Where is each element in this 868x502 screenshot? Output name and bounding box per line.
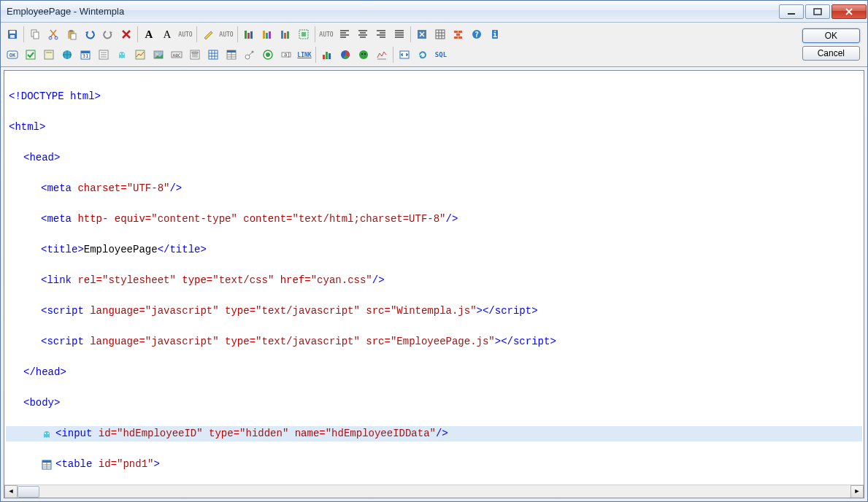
svg-rect-37 <box>45 50 53 59</box>
brick-icon[interactable] <box>450 26 467 43</box>
cut-icon[interactable] <box>45 26 62 43</box>
svg-rect-36 <box>26 50 35 59</box>
ok-box-icon[interactable]: OK <box>4 46 21 63</box>
svg-point-48 <box>156 53 158 55</box>
svg-rect-19 <box>284 33 286 39</box>
svg-text:i: i <box>493 31 497 39</box>
refresh2-icon[interactable] <box>414 46 431 63</box>
svg-rect-12 <box>245 31 247 39</box>
barchart-icon[interactable] <box>318 46 336 63</box>
svg-rect-62 <box>326 52 328 59</box>
svg-rect-18 <box>281 31 283 39</box>
svg-text:ABC: ABC <box>173 53 181 58</box>
titlebar[interactable]: EmployeePage - Wintempla <box>1 1 867 23</box>
svg-point-66 <box>361 53 363 55</box>
svg-rect-10 <box>69 30 73 32</box>
font-normal-icon[interactable]: A <box>158 26 176 43</box>
minimize-button[interactable] <box>779 4 804 19</box>
redo-icon[interactable] <box>99 26 117 43</box>
globe-icon[interactable] <box>58 46 76 63</box>
svg-point-67 <box>364 53 366 55</box>
align1-icon[interactable] <box>336 26 353 43</box>
toolbar-row-1: A A AUTO AUTO AUTO <box>4 24 802 45</box>
image-icon[interactable] <box>150 46 167 63</box>
auto-format-icon[interactable]: AUTO <box>177 26 194 43</box>
svg-rect-63 <box>329 53 331 59</box>
svg-rect-11 <box>71 34 76 39</box>
panel-icon[interactable] <box>40 46 58 63</box>
link-icon[interactable]: LINK <box>296 46 313 63</box>
sql-icon[interactable]: SQL <box>432 46 450 63</box>
scroll-left-icon[interactable]: ◂ <box>4 485 18 498</box>
scroll-right-icon[interactable]: ▸ <box>850 485 864 498</box>
svg-point-44 <box>120 53 121 55</box>
calendar-icon[interactable]: 31 <box>77 46 94 63</box>
piechart-icon[interactable] <box>337 46 354 63</box>
svg-point-70 <box>47 433 49 434</box>
ghost-icon[interactable] <box>113 46 131 63</box>
cancel-button[interactable]: Cancel <box>802 46 860 61</box>
paste-icon[interactable] <box>63 26 80 43</box>
horizontal-scrollbar[interactable]: ◂ ▸ <box>4 484 864 498</box>
nav-icon[interactable] <box>396 46 413 63</box>
copy-icon[interactable] <box>26 26 44 43</box>
table-icon[interactable] <box>204 46 222 63</box>
align3-icon[interactable] <box>372 26 390 43</box>
svg-rect-28 <box>454 36 458 39</box>
table2-icon[interactable] <box>223 46 240 63</box>
chart-icon[interactable] <box>131 46 149 63</box>
info-icon[interactable]: i <box>486 26 504 43</box>
font-bold-icon[interactable]: A <box>140 26 158 43</box>
svg-point-45 <box>123 53 124 55</box>
save-icon[interactable] <box>4 26 21 43</box>
textbox-icon[interactable]: a| <box>277 46 295 63</box>
ok-button[interactable]: OK <box>802 28 860 43</box>
help-icon[interactable]: ? <box>468 26 485 43</box>
check-icon[interactable] <box>22 46 39 63</box>
svg-text:31: 31 <box>82 53 88 59</box>
svg-rect-27 <box>456 34 460 36</box>
window-controls <box>778 4 867 19</box>
code-area[interactable]: <!DOCTYPE html> <html> <head> <meta char… <box>4 71 864 484</box>
list2-icon[interactable] <box>186 46 204 63</box>
line-chart-icon[interactable] <box>373 46 391 63</box>
listbox-icon[interactable] <box>95 46 112 63</box>
code-text: <!DOCTYPE html> <box>9 89 101 104</box>
align2-icon[interactable] <box>354 26 372 43</box>
svg-rect-26 <box>458 31 462 33</box>
svg-rect-1 <box>814 9 821 15</box>
svg-rect-14 <box>250 31 253 39</box>
align4-icon[interactable] <box>391 26 408 43</box>
delete-icon[interactable] <box>118 26 135 43</box>
markers1-icon[interactable] <box>240 26 258 43</box>
toolbar: A A AUTO AUTO AUTO <box>1 23 867 67</box>
close-button[interactable] <box>831 4 867 19</box>
tool-x-icon[interactable] <box>413 26 431 43</box>
maximize-button[interactable] <box>805 4 830 19</box>
markers2-icon[interactable] <box>258 26 276 43</box>
select-all-icon[interactable] <box>295 26 312 43</box>
code-editor[interactable]: <!DOCTYPE html> <html> <head> <meta char… <box>4 70 864 498</box>
highlight-icon[interactable] <box>199 26 217 43</box>
face-icon[interactable] <box>355 46 372 63</box>
svg-rect-25 <box>454 31 458 33</box>
scroll-thumb[interactable] <box>18 486 39 498</box>
radio-icon[interactable] <box>259 46 277 63</box>
svg-rect-29 <box>458 36 462 39</box>
auto2-icon[interactable]: AUTO <box>218 26 235 43</box>
svg-rect-20 <box>287 31 289 39</box>
abc-icon[interactable]: ABC <box>168 46 185 63</box>
app-window: EmployeePage - Wintempla A <box>0 0 868 502</box>
svg-rect-52 <box>209 50 218 59</box>
svg-rect-54 <box>227 50 236 53</box>
grid-icon[interactable] <box>431 26 449 43</box>
connector-icon[interactable] <box>241 46 258 63</box>
undo-icon[interactable] <box>81 26 99 43</box>
svg-rect-24 <box>436 30 445 39</box>
auto3-icon[interactable]: AUTO <box>318 26 335 43</box>
svg-rect-72 <box>42 460 51 463</box>
markers3-icon[interactable] <box>277 26 294 43</box>
svg-rect-17 <box>269 31 271 39</box>
svg-rect-3 <box>9 31 15 34</box>
scroll-track[interactable] <box>18 485 850 498</box>
